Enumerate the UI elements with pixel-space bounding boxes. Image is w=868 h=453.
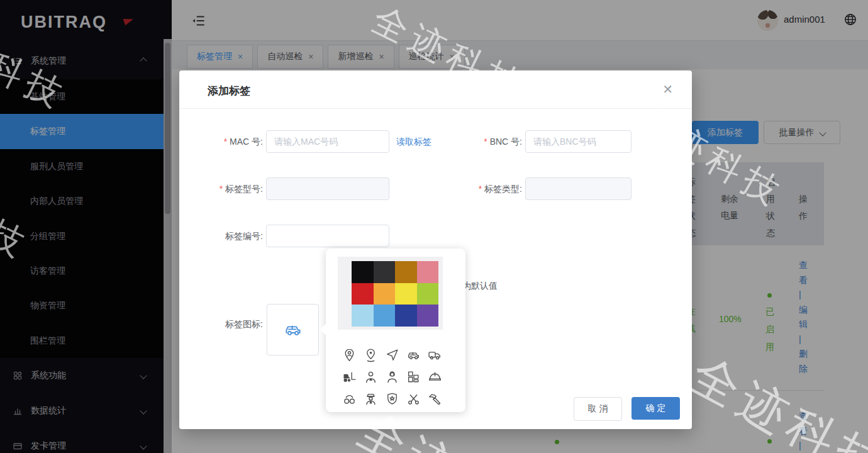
- color-swatch-grid: [352, 261, 438, 327]
- dialog-header-divider: [179, 108, 692, 109]
- bnc-input[interactable]: [525, 130, 632, 153]
- popup-arrow: [320, 324, 326, 335]
- tag-type-input[interactable]: [525, 177, 632, 200]
- app-root: UBITRAQ 系统管理 基站管理标签管理服刑人员管理内部人员管理分组管理访客管…: [0, 0, 868, 453]
- required-mark: *: [479, 184, 482, 194]
- color-swatch-2[interactable]: [395, 261, 417, 283]
- scissors-icon[interactable]: [406, 391, 421, 407]
- location-pin-icon[interactable]: [363, 347, 379, 363]
- close-icon[interactable]: ✕: [662, 83, 673, 96]
- mac-input[interactable]: [266, 130, 389, 153]
- tag-code-label: 标签编号:: [191, 225, 263, 247]
- car-icon[interactable]: [406, 347, 421, 363]
- color-swatch-9[interactable]: [374, 305, 396, 327]
- mac-label: *MAC 号:: [191, 130, 263, 153]
- color-swatch-0[interactable]: [352, 261, 374, 283]
- hammer-icon[interactable]: [427, 391, 443, 407]
- required-mark: *: [484, 137, 487, 147]
- tag-model-input[interactable]: [266, 177, 389, 200]
- color-swatch-panel: [338, 257, 443, 330]
- goods-shelf-icon[interactable]: [406, 369, 421, 385]
- color-swatch-4[interactable]: [352, 283, 374, 305]
- shield-badge-icon[interactable]: [384, 391, 400, 407]
- icon-grid: [338, 344, 445, 410]
- tag-type-label: *标签类型:: [450, 177, 522, 200]
- person-pin-icon[interactable]: [342, 347, 357, 363]
- tag-code-input[interactable]: [266, 225, 389, 247]
- color-swatch-3[interactable]: [417, 261, 439, 283]
- required-mark: *: [224, 137, 227, 147]
- navigation-icon[interactable]: [384, 347, 400, 363]
- color-swatch-11[interactable]: [417, 305, 439, 327]
- hard-hat-icon[interactable]: [427, 369, 443, 385]
- handcuffs-icon[interactable]: [342, 391, 357, 407]
- confirm-button[interactable]: 确 定: [632, 397, 680, 420]
- woman-icon[interactable]: [384, 369, 400, 385]
- read-tag-link[interactable]: 读取标签: [396, 130, 431, 153]
- dialog-title: 添加标签: [208, 84, 250, 98]
- selected-tag-icon-box[interactable]: [267, 304, 319, 355]
- required-mark: *: [220, 184, 223, 194]
- bnc-label: *BNC 号:: [450, 130, 522, 153]
- color-swatch-10[interactable]: [395, 305, 417, 327]
- cancel-button[interactable]: 取 消: [574, 397, 622, 421]
- truck-icon[interactable]: [427, 347, 443, 363]
- car-icon: [282, 319, 304, 340]
- default-color-hint: 为默认值: [462, 281, 498, 292]
- tag-icon-label: 标签图标:: [191, 313, 263, 335]
- color-swatch-8[interactable]: [352, 305, 374, 327]
- add-tag-dialog: 添加标签 ✕ *MAC 号: 读取标签 *BNC 号: *标签型号: *标签类型…: [179, 70, 692, 429]
- color-swatch-1[interactable]: [374, 261, 396, 283]
- police-officer-icon[interactable]: [363, 391, 379, 407]
- color-swatch-5[interactable]: [374, 283, 396, 305]
- icon-color-picker-popup: [326, 249, 465, 412]
- color-swatch-7[interactable]: [417, 283, 439, 305]
- tag-model-label: *标签型号:: [191, 177, 263, 200]
- forklift-icon[interactable]: [342, 369, 357, 385]
- man-icon[interactable]: [363, 369, 379, 385]
- color-swatch-6[interactable]: [395, 283, 417, 305]
